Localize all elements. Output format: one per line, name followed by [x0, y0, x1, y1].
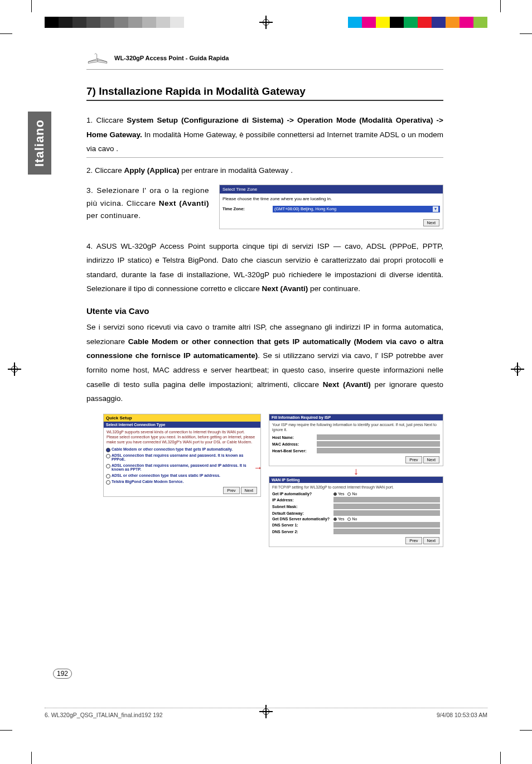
default-gateway-label: Default Gateway: [272, 511, 333, 515]
isp-field-label: Heart-Beat Server: [272, 449, 317, 453]
figure-quick-setup: Quick Setup Select Internet Connection T… [103, 414, 261, 497]
prev-button[interactable]: Prev [405, 537, 422, 544]
figure-description: Please choose the time zone where you ar… [223, 196, 440, 201]
quick-setup-subtitle: Select Internet Connection Type [104, 422, 260, 428]
step-3: 3. Selezionare l' ora o la regione più v… [86, 185, 209, 223]
wan-desc: Fill TCP/IP setting for WL320gP to conne… [269, 483, 443, 491]
next-button[interactable]: Next [423, 456, 439, 463]
print-footer: 6. WL320gP_QSG_ITALIAN_final.ind192 192 … [45, 708, 487, 718]
dns2-label: DNS Server 2: [272, 530, 333, 534]
cable-user-paragraph: Se i servizi sono ricevuti via cavo o tr… [86, 320, 443, 406]
isp-field-label: MAC Address: [272, 442, 317, 446]
dns1-label: DNS Server 1: [272, 523, 333, 527]
figure-isp-info: Fill Information Required by ISP Your IS… [269, 414, 443, 466]
wan-title: WAN IP Setting [269, 477, 443, 483]
next-button[interactable]: Next [423, 219, 439, 226]
get-dns-label: Get DNS Server automatically? [272, 517, 333, 521]
footer-filename: 6. WL320gP_QSG_ITALIAN_final.ind192 192 [45, 712, 163, 718]
chevron-down-icon: ▾ [433, 206, 438, 212]
crop-line [31, 752, 32, 764]
step-4: 4. ASUS WL-320gP Access Point supporta c… [86, 239, 443, 297]
get-ip-label: Get IP automatically? [272, 492, 333, 496]
quick-setup-title: Quick Setup [104, 414, 260, 422]
registration-mark-right [511, 362, 524, 376]
footer-timestamp: 9/4/08 10:53:03 AM [437, 712, 487, 718]
ip-address-label: IP Address: [272, 498, 333, 502]
subnet-mask-input[interactable] [333, 504, 440, 509]
connection-type-option[interactable]: Telstra BigPond Cable Modem Service. [104, 478, 260, 485]
subnet-mask-label: Subnet Mask: [272, 505, 333, 509]
get-dns-radio[interactable]: Yes No [333, 517, 357, 521]
isp-field-input[interactable] [317, 448, 440, 453]
connection-type-option[interactable]: ADSL connection that requires username a… [104, 452, 260, 462]
page-number: 192 [53, 669, 72, 679]
prev-button[interactable]: Prev [223, 487, 239, 494]
crop-line [0, 730, 12, 731]
connection-type-option[interactable]: ADSL or other connection type that uses … [104, 472, 260, 478]
ip-address-input[interactable] [333, 497, 440, 502]
connection-type-option[interactable]: Cable Modem or other connection type tha… [104, 446, 260, 452]
crop-line [500, 752, 501, 764]
prev-button[interactable]: Prev [405, 456, 422, 463]
book-icon [86, 50, 109, 66]
timezone-select[interactable]: (GMT+08:00) Beijing, Hong Kong ▾ [273, 206, 440, 212]
quick-setup-desc: WL320gP supports several kinds of connec… [104, 428, 260, 446]
step-2: 2. Cliccare Apply (Applica) per entrare … [86, 163, 443, 178]
crop-line [31, 0, 32, 12]
crop-line [500, 0, 501, 12]
get-ip-radio[interactable]: Yes No [333, 492, 357, 496]
crop-line [520, 730, 532, 731]
timezone-label: Time Zone: [223, 206, 273, 211]
connection-type-option[interactable]: ADSL connection that requires username, … [104, 462, 260, 472]
figure-header: Select Time Zone [220, 185, 443, 194]
crop-line [0, 33, 12, 34]
dns2-input[interactable] [333, 529, 440, 534]
document-product-title: WL-320gP Access Point - Guida Rapida [114, 55, 229, 61]
dns1-input[interactable] [333, 522, 440, 528]
document-header: WL-320gP Access Point - Guida Rapida [86, 50, 443, 70]
isp-info-desc: Your ISP may require the following infor… [269, 420, 443, 434]
section-heading: 7) Installazione Rapida in Modalità Gate… [86, 85, 443, 101]
isp-field-input[interactable] [317, 434, 440, 440]
next-button[interactable]: Next [241, 487, 257, 494]
step-1: 1. Cliccare System Setup (Configurazione… [86, 113, 443, 158]
isp-field-input[interactable] [317, 441, 440, 447]
isp-field-label: Host Name: [272, 436, 317, 439]
arrow-down-icon: ↓ [269, 467, 443, 475]
subheading-cable-user: Utente via Cavo [86, 306, 443, 316]
registration-mark-left [8, 362, 21, 376]
registration-mark-top [259, 16, 273, 29]
figure-wan-ip-setting: WAN IP Setting Fill TCP/IP setting for W… [269, 476, 443, 547]
next-button[interactable]: Next [423, 537, 439, 544]
default-gateway-input[interactable] [333, 510, 440, 516]
crop-line [520, 33, 532, 34]
language-tab: Italiano [28, 112, 51, 175]
figure-select-time-zone: Select Time Zone Please choose the time … [219, 185, 443, 229]
isp-info-title: Fill Information Required by ISP [269, 414, 443, 420]
